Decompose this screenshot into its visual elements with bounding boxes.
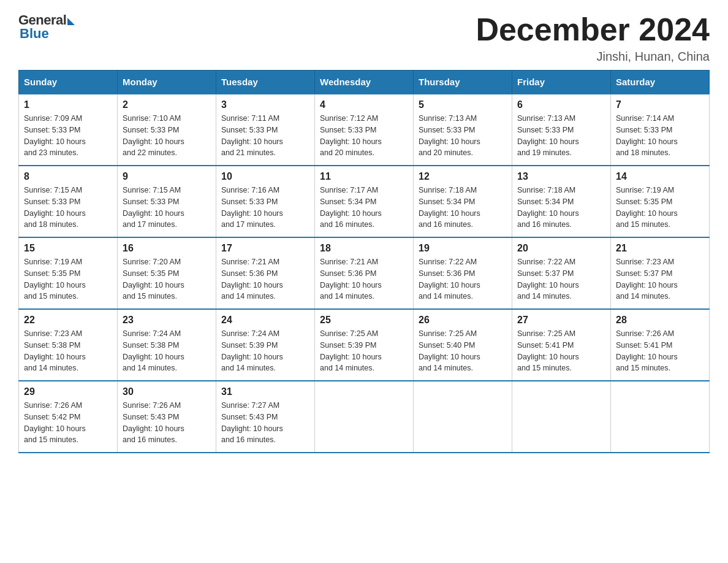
table-row: 11 Sunrise: 7:17 AM Sunset: 5:34 PM Dayl… — [315, 166, 414, 237]
day-info: Sunrise: 7:23 AM Sunset: 5:38 PM Dayligh… — [24, 328, 112, 374]
daylight-label: Daylight: 10 hours — [221, 424, 283, 433]
sunrise-label: Sunrise: 7:14 AM — [616, 114, 674, 123]
sunset-label: Sunset: 5:36 PM — [320, 269, 376, 278]
day-number: 19 — [419, 243, 507, 254]
sunrise-label: Sunrise: 7:26 AM — [123, 401, 181, 410]
daylight-label: Daylight: 10 hours — [419, 281, 480, 289]
daylight-label: Daylight: 10 hours — [123, 424, 184, 433]
page-header: General Blue December 2024 Jinshi, Hunan… — [18, 12, 710, 64]
sunrise-label: Sunrise: 7:18 AM — [517, 186, 575, 194]
day-number: 1 — [24, 99, 112, 110]
day-number: 8 — [24, 171, 112, 182]
table-row: 17 Sunrise: 7:21 AM Sunset: 5:36 PM Dayl… — [216, 237, 315, 309]
daylight-label: Daylight: 10 hours — [517, 281, 579, 289]
table-row: 3 Sunrise: 7:11 AM Sunset: 5:33 PM Dayli… — [216, 94, 315, 166]
daylight-minutes: and 14 minutes. — [320, 364, 374, 372]
daylight-minutes: and 15 minutes. — [24, 435, 78, 444]
day-info: Sunrise: 7:13 AM Sunset: 5:33 PM Dayligh… — [419, 113, 507, 159]
day-info: Sunrise: 7:21 AM Sunset: 5:36 PM Dayligh… — [320, 256, 408, 302]
daylight-label: Daylight: 10 hours — [221, 137, 283, 146]
day-number: 25 — [320, 315, 408, 326]
sunset-label: Sunset: 5:33 PM — [123, 126, 179, 134]
table-row: 28 Sunrise: 7:26 AM Sunset: 5:41 PM Dayl… — [611, 309, 710, 381]
day-info: Sunrise: 7:20 AM Sunset: 5:35 PM Dayligh… — [123, 256, 211, 302]
daylight-minutes: and 14 minutes. — [616, 292, 670, 301]
day-info: Sunrise: 7:24 AM Sunset: 5:39 PM Dayligh… — [221, 328, 309, 374]
day-number: 12 — [419, 171, 507, 182]
table-row: 13 Sunrise: 7:18 AM Sunset: 5:34 PM Dayl… — [512, 166, 611, 237]
sunset-label: Sunset: 5:38 PM — [123, 341, 179, 350]
table-row: 19 Sunrise: 7:22 AM Sunset: 5:36 PM Dayl… — [414, 237, 512, 309]
day-number: 31 — [221, 386, 309, 397]
day-number: 30 — [123, 386, 211, 397]
daylight-minutes: and 20 minutes. — [320, 148, 374, 157]
day-info: Sunrise: 7:10 AM Sunset: 5:33 PM Dayligh… — [123, 113, 211, 159]
sunrise-label: Sunrise: 7:13 AM — [517, 114, 575, 123]
day-number: 21 — [616, 243, 704, 254]
sunset-label: Sunset: 5:33 PM — [221, 126, 278, 134]
sunrise-label: Sunrise: 7:23 AM — [616, 258, 674, 266]
col-tuesday: Tuesday — [216, 71, 315, 94]
col-wednesday: Wednesday — [315, 71, 414, 94]
sunrise-label: Sunrise: 7:15 AM — [24, 186, 82, 194]
title-section: December 2024 Jinshi, Hunan, China — [476, 12, 710, 64]
day-number: 16 — [123, 243, 211, 254]
day-number: 2 — [123, 99, 211, 110]
day-number: 4 — [320, 99, 408, 110]
day-info: Sunrise: 7:18 AM Sunset: 5:34 PM Dayligh… — [419, 185, 507, 231]
day-number: 29 — [24, 386, 112, 397]
daylight-label: Daylight: 10 hours — [24, 353, 86, 361]
table-row: 20 Sunrise: 7:22 AM Sunset: 5:37 PM Dayl… — [512, 237, 611, 309]
day-number: 6 — [517, 99, 605, 110]
sunrise-label: Sunrise: 7:19 AM — [616, 186, 674, 194]
table-row: 5 Sunrise: 7:13 AM Sunset: 5:33 PM Dayli… — [414, 94, 512, 166]
table-row: 23 Sunrise: 7:24 AM Sunset: 5:38 PM Dayl… — [118, 309, 216, 381]
sunset-label: Sunset: 5:36 PM — [221, 269, 278, 278]
table-row — [512, 381, 611, 453]
sunrise-label: Sunrise: 7:16 AM — [221, 186, 279, 194]
sunset-label: Sunset: 5:37 PM — [616, 269, 672, 278]
sunset-label: Sunset: 5:35 PM — [123, 269, 179, 278]
logo-arrow-icon — [67, 18, 75, 25]
sunset-label: Sunset: 5:33 PM — [517, 126, 574, 134]
daylight-minutes: and 14 minutes. — [419, 364, 473, 372]
col-sunday: Sunday — [19, 71, 118, 94]
daylight-minutes: and 21 minutes. — [221, 148, 276, 157]
day-info: Sunrise: 7:26 AM Sunset: 5:43 PM Dayligh… — [123, 400, 211, 446]
daylight-minutes: and 16 minutes. — [517, 220, 572, 229]
daylight-minutes: and 14 minutes. — [221, 292, 276, 301]
daylight-label: Daylight: 10 hours — [616, 281, 678, 289]
sunrise-label: Sunrise: 7:24 AM — [221, 329, 279, 338]
day-info: Sunrise: 7:26 AM Sunset: 5:41 PM Dayligh… — [616, 328, 704, 374]
sunset-label: Sunset: 5:39 PM — [221, 341, 278, 350]
daylight-minutes: and 17 minutes. — [221, 220, 276, 229]
table-row — [611, 381, 710, 453]
sunset-label: Sunset: 5:34 PM — [419, 197, 475, 206]
table-row: 27 Sunrise: 7:25 AM Sunset: 5:41 PM Dayl… — [512, 309, 611, 381]
daylight-label: Daylight: 10 hours — [221, 281, 283, 289]
table-row: 14 Sunrise: 7:19 AM Sunset: 5:35 PM Dayl… — [611, 166, 710, 237]
table-row: 31 Sunrise: 7:27 AM Sunset: 5:43 PM Dayl… — [216, 381, 315, 453]
logo-blue-text: Blue — [20, 26, 49, 42]
sunset-label: Sunset: 5:37 PM — [517, 269, 574, 278]
table-row: 8 Sunrise: 7:15 AM Sunset: 5:33 PM Dayli… — [19, 166, 118, 237]
daylight-label: Daylight: 10 hours — [320, 137, 382, 146]
daylight-minutes: and 16 minutes. — [123, 435, 177, 444]
table-row: 24 Sunrise: 7:24 AM Sunset: 5:39 PM Dayl… — [216, 309, 315, 381]
sunset-label: Sunset: 5:33 PM — [24, 126, 80, 134]
day-info: Sunrise: 7:26 AM Sunset: 5:42 PM Dayligh… — [24, 400, 112, 446]
sunset-label: Sunset: 5:34 PM — [517, 197, 574, 206]
day-info: Sunrise: 7:22 AM Sunset: 5:36 PM Dayligh… — [419, 256, 507, 302]
day-info: Sunrise: 7:12 AM Sunset: 5:33 PM Dayligh… — [320, 113, 408, 159]
day-number: 9 — [123, 171, 211, 182]
day-info: Sunrise: 7:16 AM Sunset: 5:33 PM Dayligh… — [221, 185, 309, 231]
daylight-label: Daylight: 10 hours — [517, 209, 579, 218]
daylight-label: Daylight: 10 hours — [123, 281, 184, 289]
daylight-label: Daylight: 10 hours — [221, 209, 283, 218]
day-number: 27 — [517, 315, 605, 326]
sunrise-label: Sunrise: 7:20 AM — [123, 258, 181, 266]
sunset-label: Sunset: 5:39 PM — [320, 341, 376, 350]
day-number: 23 — [123, 315, 211, 326]
sunset-label: Sunset: 5:40 PM — [419, 341, 475, 350]
day-number: 17 — [221, 243, 309, 254]
